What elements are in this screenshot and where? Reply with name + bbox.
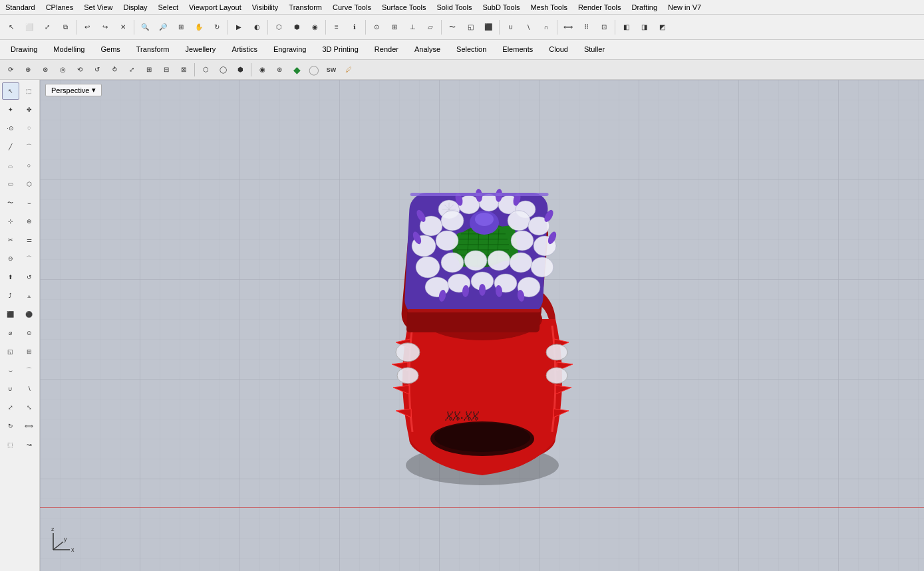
tab-cloud[interactable]: Cloud	[541, 43, 576, 57]
polyline-tool[interactable]: ⌒	[21, 138, 38, 156]
blend-tool[interactable]: ⌣	[2, 362, 19, 379]
bool-union-tool[interactable]: ∪	[2, 380, 19, 398]
rotate-tool[interactable]: ↻	[2, 417, 19, 435]
boolean-diff[interactable]: ∖	[520, 19, 537, 36]
menu-select[interactable]: Select	[153, 2, 184, 13]
pan-tool[interactable]: ✋	[190, 19, 208, 36]
split-tool[interactable]: ⚌	[21, 231, 38, 249]
t3-sw-btn[interactable]: SW	[323, 62, 339, 78]
arc-tool[interactable]: ⌓	[2, 157, 19, 174]
t3-tool17[interactable]: 🖊	[341, 62, 357, 78]
move-tool[interactable]: ⤢	[39, 19, 56, 36]
polygon-tool[interactable]: ⬡	[21, 175, 38, 193]
tab-gems[interactable]: Gems	[92, 43, 128, 57]
t3-tool5[interactable]: ⟲	[72, 62, 88, 78]
fillet-surf-tool[interactable]: ⌒	[21, 362, 38, 379]
menu-drafting[interactable]: Drafting	[627, 2, 663, 13]
menu-setview[interactable]: Set View	[78, 2, 118, 13]
wireframe-btn[interactable]: ⬡	[270, 19, 287, 36]
t3-tool12[interactable]: ⬡	[198, 62, 214, 78]
select-sub-tool[interactable]: ⬚	[21, 82, 38, 100]
cage-edit-tool[interactable]: ⬚	[2, 436, 19, 453]
circle-tool[interactable]: ○	[21, 157, 38, 174]
tab-modelling[interactable]: Modelling	[45, 43, 92, 57]
t3-tool10[interactable]: ⊟	[158, 62, 174, 78]
t3-tool2[interactable]: ⊕	[20, 62, 36, 78]
redo-tool[interactable]: ↪	[96, 19, 114, 36]
tab-drawing[interactable]: Drawing	[3, 43, 45, 57]
shaded-btn[interactable]: ⬢	[288, 19, 305, 36]
tab-stuller[interactable]: Stuller	[576, 43, 613, 57]
revolve-tool[interactable]: ↺	[21, 269, 38, 286]
extra-btn1[interactable]: ◧	[617, 19, 635, 36]
t3-tool8[interactable]: ⤢	[124, 62, 140, 78]
t3-tool3[interactable]: ⊗	[37, 62, 53, 78]
t3-tool4[interactable]: ◎	[55, 62, 71, 78]
render-preview[interactable]: ◐	[248, 19, 265, 36]
menu-render-tools[interactable]: Render Tools	[573, 2, 627, 13]
boolean-int[interactable]: ∩	[538, 19, 555, 36]
tab-analyse[interactable]: Analyse	[406, 43, 448, 57]
menu-solid-tools[interactable]: Solid Tools	[431, 2, 477, 13]
viewport[interactable]: Perspective ▾	[40, 80, 924, 571]
t3-tool11[interactable]: ⊠	[176, 62, 192, 78]
gumball-tool[interactable]: ✦	[2, 101, 19, 118]
transform-tool[interactable]: ✤	[21, 101, 38, 118]
fillet-tool[interactable]: ⌒	[21, 250, 38, 267]
menu-display[interactable]: Display	[118, 2, 152, 13]
patch-tool[interactable]: ◱	[2, 343, 19, 360]
zoom-in[interactable]: 🔍	[136, 19, 154, 36]
menu-viewport-layout[interactable]: Viewport Layout	[184, 2, 247, 13]
zoom-extents[interactable]: ⊞	[172, 19, 190, 36]
menu-surface-tools[interactable]: Surface Tools	[377, 2, 431, 13]
t3-tool6[interactable]: ↺	[89, 62, 105, 78]
tab-engraving[interactable]: Engraving	[265, 43, 315, 57]
rotate-view[interactable]: ↻	[208, 19, 226, 36]
boolean-union[interactable]: ∪	[502, 19, 519, 36]
mirror-btn[interactable]: ⟺	[559, 19, 577, 36]
sweep-tool[interactable]: ⤴	[2, 287, 19, 304]
menu-new-v7[interactable]: New in V7	[663, 2, 706, 13]
layer-btn[interactable]: ≡	[328, 19, 345, 36]
box-tool[interactable]: ⬛	[2, 306, 19, 323]
osnap-btn[interactable]: ⊙	[368, 19, 385, 36]
zoom-out[interactable]: 🔎	[154, 19, 172, 36]
menu-subd-tools[interactable]: SubD Tools	[477, 2, 525, 13]
surface-btn[interactable]: ◱	[462, 19, 479, 36]
multi-pt-tool[interactable]: ⁘	[21, 120, 38, 137]
menu-visibility[interactable]: Visibility	[247, 2, 284, 13]
cylinder-tool[interactable]: ⌀	[2, 324, 19, 342]
menu-mesh-tools[interactable]: Mesh Tools	[525, 2, 572, 13]
viewport-dropdown[interactable]: Perspective ▾	[45, 84, 102, 96]
scale-tool[interactable]: ⤡	[21, 399, 38, 416]
offset-tool[interactable]: ⊖	[2, 250, 19, 267]
select-tool[interactable]: ↖	[3, 19, 20, 36]
extra-btn3[interactable]: ◩	[653, 19, 671, 36]
tab-3dprinting[interactable]: 3D Printing	[314, 43, 366, 57]
trim-tool[interactable]: ✂	[2, 231, 19, 249]
undo-tool[interactable]: ↩	[78, 19, 96, 36]
t3-tool15[interactable]: ◉	[254, 62, 270, 78]
properties-btn[interactable]: ℹ	[346, 19, 363, 36]
tab-render[interactable]: Render	[367, 43, 406, 57]
menu-transform[interactable]: Transform	[283, 2, 327, 13]
rendered-btn[interactable]: ◉	[306, 19, 323, 36]
t3-tool13[interactable]: ◯	[215, 62, 231, 78]
t3-tool14[interactable]: ⬢	[232, 62, 248, 78]
torus-tool[interactable]: ⊙	[21, 324, 38, 342]
ortho-btn[interactable]: ⊥	[404, 19, 421, 36]
t3-gem-white[interactable]: ◯	[306, 62, 322, 78]
delete-tool[interactable]: ✕	[114, 19, 132, 36]
grid-snap-btn[interactable]: ⊞	[386, 19, 403, 36]
t3-tool16[interactable]: ⊛	[271, 62, 287, 78]
edit-pt-tool[interactable]: ⊕	[21, 213, 38, 230]
sphere-tool[interactable]: ⚫	[21, 306, 38, 323]
solid-btn[interactable]: ⬛	[480, 19, 497, 36]
array-btn[interactable]: ⠿	[577, 19, 595, 36]
flow-tool[interactable]: ↝	[21, 436, 38, 453]
select-window-tool[interactable]: ⬜	[21, 19, 38, 36]
mirror-tool2[interactable]: ⟺	[21, 417, 38, 435]
t3-tool9[interactable]: ⊞	[141, 62, 157, 78]
tab-transform[interactable]: Transform	[128, 43, 178, 57]
loft-tool[interactable]: ⟁	[21, 287, 38, 304]
